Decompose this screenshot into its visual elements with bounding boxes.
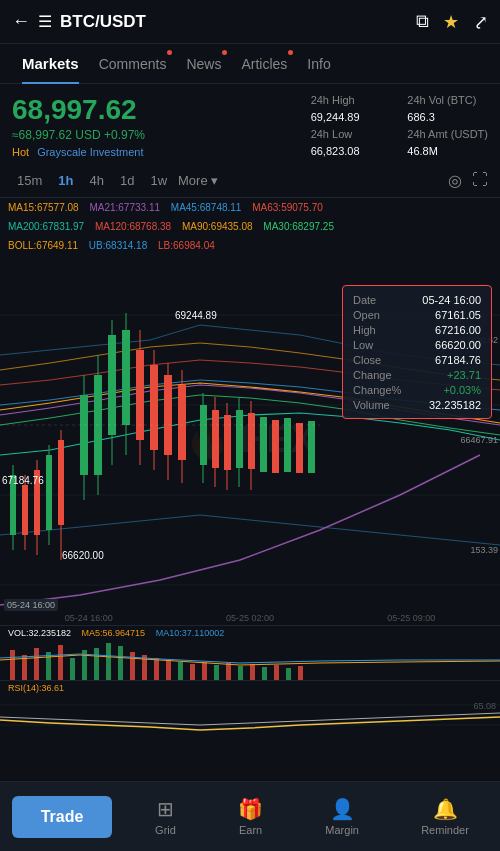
- high-ohlc-label: High: [353, 324, 376, 336]
- comments-dot: [167, 50, 172, 55]
- svg-rect-61: [296, 423, 303, 473]
- toolbar-right: ◎ ⛶: [448, 171, 488, 190]
- svg-rect-71: [94, 648, 99, 680]
- volume-row-labels: VOL:32.235182 MA5:56.964715 MA10:37.1100…: [8, 628, 492, 638]
- ma-row-3: BOLL:67649.11 UB:68314.18 LB:66984.04: [0, 236, 500, 255]
- volume-section: VOL:32.235182 MA5:56.964715 MA10:37.1100…: [0, 625, 500, 680]
- changepct-label: Change%: [353, 384, 401, 396]
- svg-rect-43: [200, 405, 207, 465]
- svg-rect-19: [80, 395, 88, 475]
- timeframe-1d[interactable]: 1d: [115, 171, 139, 190]
- margin-label: Margin: [325, 824, 359, 836]
- trade-button[interactable]: Trade: [12, 796, 112, 838]
- vol-btc-value: 686.3: [407, 111, 488, 124]
- tab-articles[interactable]: Articles: [231, 44, 297, 84]
- svg-rect-7: [22, 485, 28, 535]
- tab-comments[interactable]: Comments: [89, 44, 177, 84]
- share-icon[interactable]: ⤤: [473, 11, 488, 33]
- svg-rect-60: [284, 418, 291, 472]
- copy-icon[interactable]: ⧉: [416, 11, 429, 32]
- svg-rect-83: [238, 666, 243, 680]
- price-label-69244: 69244.89: [175, 310, 217, 321]
- low-ohlc-value: 66620.00: [435, 339, 481, 351]
- articles-dot: [288, 50, 293, 55]
- svg-rect-73: [118, 646, 123, 680]
- nav-grid[interactable]: ⊞ Grid: [155, 797, 176, 836]
- change-label: Change: [353, 369, 392, 381]
- timeframe-4h[interactable]: 4h: [84, 171, 108, 190]
- nav-earn[interactable]: 🎁 Earn: [238, 797, 263, 836]
- svg-rect-85: [262, 667, 267, 680]
- svg-rect-46: [212, 410, 219, 468]
- timeframe-1h[interactable]: 1h: [53, 171, 78, 190]
- rsi-section: RSI(14):36.61 65.08: [0, 680, 500, 735]
- ub: UB:68314.18: [89, 240, 147, 251]
- hot-tags: Hot Grayscale Investment: [12, 146, 311, 158]
- date-tag: 05-24 16:00: [4, 599, 58, 611]
- svg-rect-84: [250, 664, 255, 680]
- news-dot: [222, 50, 227, 55]
- low-label: 24h Low: [311, 128, 392, 141]
- price-label-67184: 67184.76: [2, 475, 44, 486]
- svg-rect-16: [58, 440, 64, 525]
- svg-rect-64: [10, 650, 15, 680]
- boll: BOLL:67649.11: [8, 240, 78, 251]
- nav-margin[interactable]: 👤 Margin: [325, 797, 359, 836]
- close-label: Close: [353, 354, 381, 366]
- lb: LB:66984.04: [158, 240, 215, 251]
- volume-value: 32.235182: [429, 399, 481, 411]
- ma63: MA63:59075.70: [252, 202, 323, 213]
- ma120: MA120:68768.38: [95, 221, 171, 232]
- timeframe-15m[interactable]: 15m: [12, 171, 47, 190]
- svg-rect-52: [236, 410, 243, 468]
- pair-title: BTC/USDT: [60, 12, 416, 32]
- time-labels: 05-24 16:00 05-25 02:00 05-25 09:00: [0, 611, 500, 625]
- svg-rect-59: [272, 420, 279, 473]
- price-stats: 24h High 24h Vol (BTC) 69,244.89 686.3 2…: [311, 94, 488, 158]
- changepct-value: +0.03%: [443, 384, 481, 396]
- indicator-icon[interactable]: ◎: [448, 171, 462, 190]
- earn-label: Earn: [239, 824, 262, 836]
- close-value: 67184.76: [435, 354, 481, 366]
- bottom-nav-items: ⊞ Grid 🎁 Earn 👤 Margin 🔔 Reminder: [124, 797, 500, 836]
- tab-info[interactable]: Info: [297, 44, 340, 84]
- price-usd: ≈68,997.62 USD +0.97%: [12, 128, 311, 142]
- menu-icon[interactable]: ☰: [38, 12, 52, 31]
- svg-rect-62: [308, 421, 315, 473]
- header-icons: ⧉ ★ ⤤: [416, 11, 488, 33]
- svg-rect-86: [274, 665, 279, 680]
- svg-rect-87: [286, 668, 291, 680]
- rsi-chart: [0, 695, 500, 735]
- rsi-label: RSI(14):36.61: [8, 683, 492, 693]
- chart-area[interactable]: 🔥 HEX: [0, 255, 500, 625]
- high-ohlc-value: 67216.00: [435, 324, 481, 336]
- star-icon[interactable]: ★: [443, 11, 459, 33]
- more-timeframes[interactable]: More ▾: [178, 173, 218, 188]
- svg-rect-67: [46, 652, 51, 680]
- timeframe-1w[interactable]: 1w: [145, 171, 172, 190]
- svg-rect-78: [178, 662, 183, 680]
- ma-row-1: MA15:67577.08 MA21:67733.11 MA45:68748.1…: [0, 198, 500, 217]
- svg-rect-31: [136, 350, 144, 440]
- date-label: Date: [353, 294, 376, 306]
- amt-usdt-value: 46.8M: [407, 145, 488, 158]
- grid-label: Grid: [155, 824, 176, 836]
- svg-rect-34: [150, 365, 158, 450]
- ma30: MA30:68297.25: [263, 221, 334, 232]
- tab-news[interactable]: News: [176, 44, 231, 84]
- reminder-icon: 🔔: [433, 797, 458, 821]
- high-label: 24h High: [311, 94, 392, 107]
- fullscreen-icon[interactable]: ⛶: [472, 171, 488, 190]
- grid-icon: ⊞: [157, 797, 174, 821]
- svg-rect-82: [226, 663, 231, 680]
- tag-grayscale: Grayscale Investment: [37, 146, 143, 158]
- top-header: ← ☰ BTC/USDT ⧉ ★ ⤤: [0, 0, 500, 44]
- low-value: 66,823.08: [311, 145, 392, 158]
- tab-markets[interactable]: Markets: [12, 44, 89, 84]
- nav-reminder[interactable]: 🔔 Reminder: [421, 797, 469, 836]
- high-value: 69,244.89: [311, 111, 392, 124]
- back-button[interactable]: ←: [12, 11, 30, 32]
- svg-rect-40: [178, 385, 186, 460]
- volume-label: Volume: [353, 399, 390, 411]
- ma21: MA21:67733.11: [89, 202, 160, 213]
